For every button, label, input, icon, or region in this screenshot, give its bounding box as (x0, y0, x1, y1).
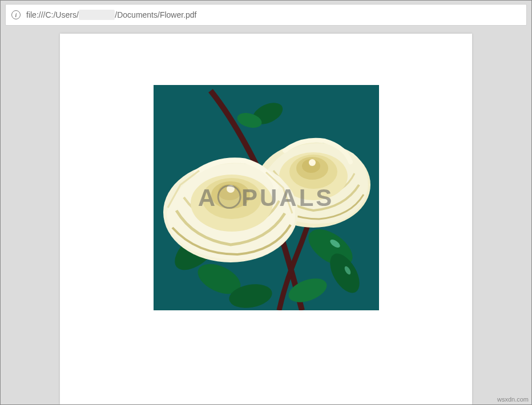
flower-image: APUALS (154, 85, 379, 310)
url-redacted: ██████ (79, 10, 115, 20)
info-icon[interactable]: i (11, 10, 21, 19)
watermark-suffix: PUALS (241, 184, 334, 211)
pdf-viewer-area: APUALS (1, 29, 531, 404)
attribution-text: wsxdn.com (497, 396, 529, 403)
url-display: file:///C:/Users/██████/Documents/Flower… (26, 10, 196, 19)
svg-point-16 (309, 159, 316, 166)
watermark-logo-icon (217, 185, 241, 209)
url-prefix: file:///C:/Users/ (26, 10, 79, 19)
url-suffix: /Documents/Flower.pdf (115, 10, 196, 19)
watermark-prefix: A (198, 184, 217, 211)
pdf-page: APUALS (60, 34, 472, 404)
watermark-text: APUALS (198, 184, 334, 212)
address-bar[interactable]: i file:///C:/Users/██████/Documents/Flow… (5, 4, 527, 26)
